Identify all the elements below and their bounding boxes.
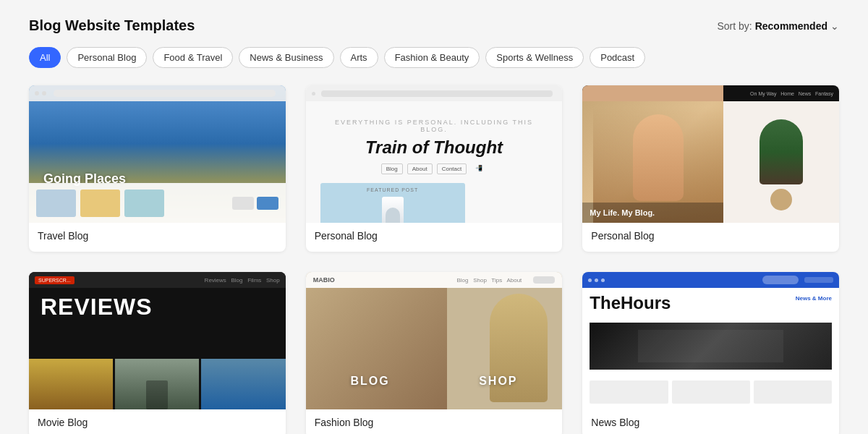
personal-featured: FEATURED POST xyxy=(320,183,465,223)
template-thumb-personal: EVERYTHING IS PERSONAL. INCLUDING THIS B… xyxy=(306,85,563,223)
news-headline: TheHours xyxy=(590,294,671,312)
filter-btn-all[interactable]: All xyxy=(29,47,61,68)
template-card-fashion-blog[interactable]: MABIO Blog Shop Tips About BLOG SHOP Fas… xyxy=(306,272,563,434)
fashion-shop-label: SHOP xyxy=(479,375,517,388)
reviews-img-1 xyxy=(29,359,113,409)
travel-btn-area xyxy=(169,197,278,210)
page-title: Blog Website Templates xyxy=(29,17,195,34)
template-thumb-fashion: MABIO Blog Shop Tips About BLOG SHOP xyxy=(306,272,563,409)
reviews-img-3 xyxy=(201,359,285,409)
fashion-overlay: BLOG SHOP xyxy=(306,375,563,388)
travel-mini-img-2 xyxy=(80,190,120,217)
template-label-movie: Movie Blog xyxy=(29,409,286,434)
filter-btn-personal-blog[interactable]: Personal Blog xyxy=(67,47,147,68)
news-dot-3 xyxy=(601,278,605,282)
header-row: Blog Website Templates Sort by: Recommen… xyxy=(29,17,839,34)
sort-label: Sort by: xyxy=(717,20,752,32)
news-top-bar xyxy=(582,272,839,288)
template-thumb-mylife: Turning Heads On My Way Home News Fantas… xyxy=(582,85,839,223)
thumb-top-bar xyxy=(29,85,286,101)
travel-bottom-strip xyxy=(29,183,286,223)
filter-btn-fashion-beauty[interactable]: Fashion & Beauty xyxy=(384,47,480,68)
news-small-2 xyxy=(672,380,750,404)
templates-grid: Going Places Travel Blog xyxy=(29,85,839,434)
chevron-down-icon: ⌄ xyxy=(830,20,839,32)
fashion-blog-label: BLOG xyxy=(350,375,389,388)
travel-btn-1 xyxy=(232,197,254,210)
sort-control[interactable]: Sort by: Recommended ⌄ xyxy=(717,20,839,32)
news-sub: News & More xyxy=(796,295,832,302)
template-label-personal-2: Personal Blog xyxy=(582,223,839,252)
travel-mini-img-1 xyxy=(36,190,76,217)
mylife-col-left: My Life. My Blog. xyxy=(582,85,723,223)
news-search xyxy=(762,276,799,284)
travel-btn-2 xyxy=(257,197,278,210)
page-container: Blog Website Templates Sort by: Recommen… xyxy=(0,0,868,434)
news-hero-img xyxy=(590,323,832,370)
fashion-top-bar: MABIO Blog Shop Tips About xyxy=(306,272,563,288)
news-dot-2 xyxy=(595,278,598,282)
reviews-title: REVIEWS xyxy=(41,294,153,320)
personal-title: Train of Thought xyxy=(320,137,548,158)
news-small-items xyxy=(590,380,832,404)
mylife-right-content xyxy=(760,98,803,210)
filter-btn-podcast[interactable]: Podcast xyxy=(590,47,645,68)
template-label-news: News Blog xyxy=(582,409,839,434)
mylife-overlay: My Life. My Blog. xyxy=(582,203,723,223)
template-card-personal-blog-2[interactable]: Turning Heads On My Way Home News Fantas… xyxy=(582,85,839,252)
filter-bar: All Personal Blog Food & Travel News & B… xyxy=(29,47,839,68)
reviews-badge: SUPERSCR... xyxy=(35,276,75,284)
news-small-1 xyxy=(590,380,668,404)
sort-value: Recommended xyxy=(755,20,827,32)
personal-header-area: EVERYTHING IS PERSONAL. INCLUDING THIS B… xyxy=(320,119,548,223)
filter-btn-food-travel[interactable]: Food & Travel xyxy=(153,47,233,68)
mylife-nav: On My Way Home News Fantasy xyxy=(750,91,833,96)
travel-mini-img-3 xyxy=(124,190,164,217)
filter-btn-news-business[interactable]: News & Business xyxy=(239,47,333,68)
template-label-travel: Travel Blog xyxy=(29,223,286,252)
template-label-personal-1: Personal Blog xyxy=(306,223,563,252)
template-thumb-reviews: SUPERSCR... Reviews Blog Films Shop REVI… xyxy=(29,272,286,409)
mylife-col-right xyxy=(723,85,839,223)
reviews-top-bar: SUPERSCR... Reviews Blog Films Shop xyxy=(29,272,286,288)
template-card-travel-blog[interactable]: Going Places Travel Blog xyxy=(29,85,286,252)
filter-btn-sports-wellness[interactable]: Sports & Wellness xyxy=(485,47,584,68)
mylife-tagline: My Life. My Blog. xyxy=(590,208,716,217)
personal-top-bar xyxy=(306,85,563,101)
filter-btn-arts[interactable]: Arts xyxy=(340,47,378,68)
reviews-bottom-imgs xyxy=(29,359,286,409)
reviews-img-2 xyxy=(115,359,199,409)
news-small-3 xyxy=(754,380,832,404)
fashion-person xyxy=(306,288,447,409)
personal-nav: Blog About Contact 📲 xyxy=(320,163,548,174)
template-thumb-travel: Going Places xyxy=(29,85,286,223)
template-label-fashion: Fashion Blog xyxy=(306,409,563,434)
template-thumb-news: TheHours News & More xyxy=(582,272,839,409)
news-dot-1 xyxy=(588,278,592,282)
template-card-news-blog[interactable]: TheHours News & More News Blog xyxy=(582,272,839,434)
template-card-personal-blog-1[interactable]: EVERYTHING IS PERSONAL. INCLUDING THIS B… xyxy=(306,85,563,252)
personal-tagline: EVERYTHING IS PERSONAL. INCLUDING THIS B… xyxy=(320,119,548,133)
template-card-movie-blog[interactable]: SUPERSCR... Reviews Blog Films Shop REVI… xyxy=(29,272,286,434)
